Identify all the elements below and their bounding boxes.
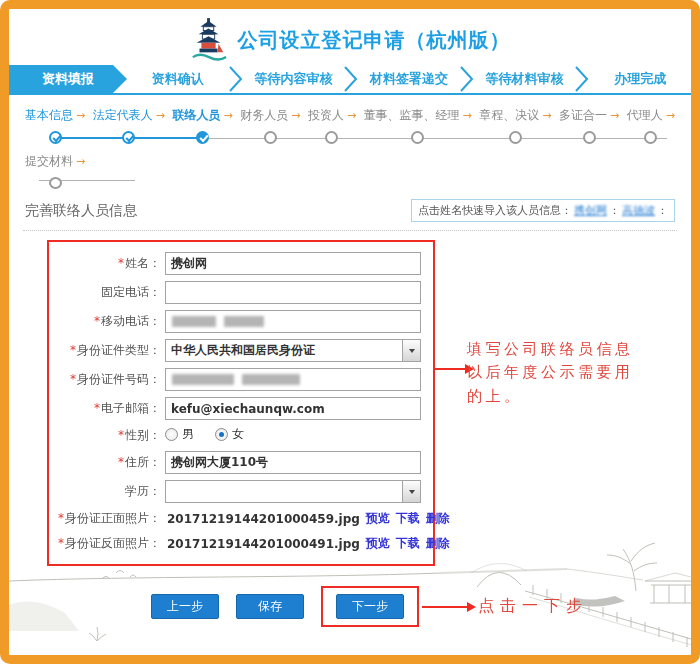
- form-row-id-front-photo: *身份证正面照片： 20171219144201000459.jpg 预览 下载…: [49, 506, 433, 531]
- quick-import-link-1[interactable]: 携创网: [574, 203, 607, 218]
- tab-complete[interactable]: 办理完成: [589, 65, 691, 93]
- step-finance-person[interactable]: 财务人员→: [240, 107, 300, 151]
- contact-form-highlight-box: *姓名： 固定电话： *移动电话： *身份证件类型： 中华人民共和国居民身份证 …: [47, 240, 435, 566]
- address-label: *住所：: [49, 454, 161, 471]
- form-row-id-back-photo: *身份证反面照片： 20171219144201000491.jpg 预览 下载…: [49, 531, 433, 556]
- required-mark: *: [94, 401, 100, 415]
- step-investor[interactable]: 投资人→: [308, 107, 356, 151]
- id-back-download-link[interactable]: 下载: [396, 535, 420, 552]
- quick-import-separator: ：: [657, 203, 668, 218]
- form-row-email: *电子邮箱：: [49, 394, 433, 423]
- radio-selected-icon: [215, 428, 228, 441]
- form-row-id-type: *身份证件类型： 中华人民共和国居民身份证: [49, 336, 433, 365]
- required-mark: *: [58, 511, 64, 525]
- step-circle-icon[interactable]: [509, 131, 522, 144]
- quick-import-text: 点击姓名快速导入该人员信息：: [418, 203, 572, 218]
- form-annotation-note: 填写公司联络员信息 以后年度公示需要用 的上。: [467, 338, 672, 408]
- step-circle-icon[interactable]: [264, 131, 277, 144]
- step-submit-materials[interactable]: 提交材料→: [25, 153, 85, 189]
- form-row-gender: *性别： 男 女: [49, 423, 433, 448]
- id-back-delete-link[interactable]: 删除: [426, 535, 450, 552]
- required-mark: *: [58, 536, 64, 550]
- tab-material-submit[interactable]: 材料签署递交: [358, 65, 460, 93]
- tab-data-fill[interactable]: 资料填报: [9, 65, 127, 93]
- education-label: 学历：: [49, 483, 161, 500]
- save-button[interactable]: 保存: [236, 594, 304, 619]
- redacted-value: [172, 374, 234, 385]
- id-number-input[interactable]: [165, 368, 421, 391]
- step-arrow-icon: →: [156, 109, 165, 122]
- step-multi-cert[interactable]: 多证合一→: [559, 107, 619, 151]
- step-circle-icon[interactable]: [644, 131, 657, 144]
- dropdown-arrow-icon[interactable]: [402, 340, 420, 361]
- required-mark: *: [118, 455, 124, 469]
- step-circle-icon[interactable]: [49, 177, 62, 189]
- id-front-delete-link[interactable]: 删除: [426, 510, 450, 527]
- section-title: 完善联络人员信息: [25, 202, 137, 220]
- app-window: 公司设立登记申请（杭州版） 资料填报 资料确认 等待内容审核 材料签署递交 等待…: [0, 0, 700, 664]
- gender-label: *性别：: [49, 427, 161, 444]
- step-contact-person[interactable]: 联络人员→: [172, 107, 232, 151]
- mobile-input[interactable]: [165, 310, 421, 333]
- prev-step-button[interactable]: 上一步: [151, 594, 219, 619]
- id-back-preview-link[interactable]: 预览: [366, 535, 390, 552]
- step-basic-info[interactable]: 基本信息→: [25, 107, 85, 151]
- required-mark: *: [118, 428, 124, 442]
- step-circle-icon[interactable]: [411, 131, 424, 144]
- name-input[interactable]: [165, 252, 421, 275]
- step-directors[interactable]: 董事、监事、经理→: [364, 107, 472, 151]
- step-legal-rep[interactable]: 法定代表人→: [93, 107, 165, 151]
- step-arrow-icon: →: [463, 109, 472, 122]
- step-agent[interactable]: 代理人→: [627, 107, 675, 151]
- email-input[interactable]: [165, 397, 421, 420]
- chevron-right-icon: [229, 66, 243, 92]
- step-arrow-icon: →: [610, 109, 619, 122]
- email-label: *电子邮箱：: [49, 400, 161, 417]
- quick-import-box: 点击姓名快速导入该人员信息： 携创网 ： 高德波 ：: [411, 199, 675, 222]
- step-arrow-icon: →: [542, 109, 551, 122]
- button-row: 上一步 保存 下一步 点击一下步: [151, 586, 691, 627]
- redacted-value: [224, 316, 264, 327]
- tab-content-review[interactable]: 等待内容审核: [243, 65, 345, 93]
- id-front-download-link[interactable]: 下载: [396, 510, 420, 527]
- gender-female-radio[interactable]: 女: [215, 426, 244, 443]
- step-arrow-icon: →: [291, 109, 300, 122]
- step-check-icon[interactable]: [49, 131, 62, 144]
- tab-data-confirm[interactable]: 资料确认: [127, 65, 229, 93]
- quick-import-link-2[interactable]: 高德波: [622, 203, 655, 218]
- pagoda-boat-logo-icon: [190, 18, 228, 62]
- form-row-name: *姓名：: [49, 249, 433, 278]
- chevron-right-icon: [575, 66, 589, 92]
- gender-male-radio[interactable]: 男: [165, 426, 194, 443]
- form-row-mobile: *移动电话：: [49, 307, 433, 336]
- mobile-label: *移动电话：: [49, 313, 161, 330]
- id-front-label: *身份证正面照片：: [49, 510, 161, 527]
- step-check-icon[interactable]: [196, 131, 209, 144]
- id-number-label: *身份证件号码：: [49, 371, 161, 388]
- education-select[interactable]: [165, 480, 421, 503]
- required-mark: *: [70, 343, 76, 357]
- step-circle-icon[interactable]: [325, 131, 338, 144]
- divider: [23, 230, 677, 231]
- id-front-filename: 20171219144201000459.jpg: [167, 512, 360, 526]
- step-circle-icon[interactable]: [583, 131, 596, 144]
- required-mark: *: [94, 314, 100, 328]
- step-arrow-icon: →: [666, 109, 675, 122]
- landline-input[interactable]: [165, 281, 421, 304]
- next-step-button[interactable]: 下一步: [336, 594, 404, 619]
- form-row-education: 学历：: [49, 477, 433, 506]
- form-row-address: *住所：: [49, 448, 433, 477]
- next-button-highlight-box: 下一步: [321, 586, 419, 627]
- radio-icon: [165, 428, 178, 441]
- id-front-preview-link[interactable]: 预览: [366, 510, 390, 527]
- id-type-select[interactable]: 中华人民共和国居民身份证: [165, 339, 421, 362]
- dropdown-arrow-icon[interactable]: [402, 481, 420, 502]
- step-arrow-icon: →: [76, 155, 85, 168]
- required-mark: *: [118, 256, 124, 270]
- step-check-icon[interactable]: [122, 131, 135, 144]
- address-input[interactable]: [165, 451, 421, 474]
- tab-material-review[interactable]: 等待材料审核: [474, 65, 576, 93]
- step-charter[interactable]: 章程、决议→: [479, 107, 551, 151]
- chevron-right-icon: [344, 66, 358, 92]
- annotation-arrow-icon: [434, 368, 466, 370]
